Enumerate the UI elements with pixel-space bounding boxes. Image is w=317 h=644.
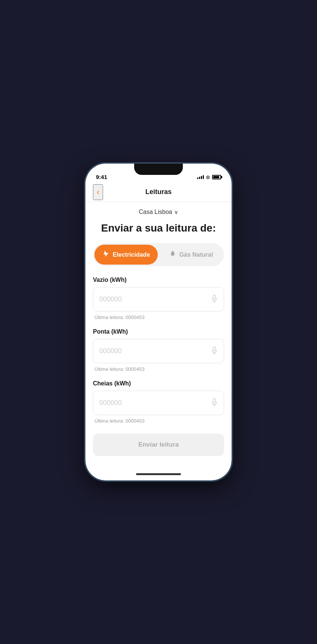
vazio-section: Vazio (kWh) Última leitura: 0000453	[85, 277, 232, 328]
back-button[interactable]: ‹	[93, 184, 103, 200]
vazio-label: Vazio (kWh)	[93, 277, 224, 283]
cheias-input[interactable]	[93, 392, 205, 414]
electricity-icon	[102, 250, 110, 259]
submit-section: Enviar leitura	[85, 432, 232, 465]
vazio-input[interactable]	[93, 289, 205, 310]
ponta-input[interactable]	[93, 340, 205, 362]
home-bar	[136, 473, 181, 475]
submit-button[interactable]: Enviar leitura	[93, 433, 224, 456]
electricity-label: Electricidade	[113, 251, 150, 258]
gas-icon	[169, 250, 176, 259]
ponta-input-wrapper	[93, 339, 224, 363]
home-indicator	[85, 468, 232, 480]
chevron-down-icon: ∨	[174, 209, 178, 215]
vazio-input-wrapper	[93, 287, 224, 311]
vazio-mic-icon[interactable]	[205, 287, 224, 311]
signal-icon	[197, 175, 204, 179]
energy-type-toggle: Electricidade Gás Natural	[93, 243, 224, 266]
cheias-last-reading: Última leitura: 0000453	[93, 418, 224, 424]
cheias-section: Cheias (kWh) Última leitura: 0000453	[85, 380, 232, 432]
gas-toggle-button[interactable]: Gás Natural	[159, 245, 223, 265]
scroll-content[interactable]: Casa Lisboa ∨ Enviar a sua leitura de: E…	[85, 202, 232, 468]
ponta-mic-icon[interactable]	[205, 339, 224, 363]
header: ‹ Leituras	[85, 182, 232, 202]
status-icons: ⊛	[197, 174, 221, 180]
electricity-toggle-button[interactable]: Electricidade	[94, 245, 158, 265]
location-selector[interactable]: Casa Lisboa ∨	[85, 202, 232, 218]
battery-icon	[212, 175, 221, 179]
phone-frame: 9:41 ⊛ ‹ Leituras Ca	[85, 164, 232, 480]
location-name: Casa Lisboa	[139, 209, 172, 215]
cheias-input-wrapper	[93, 391, 224, 415]
svg-rect-6	[213, 399, 215, 403]
history-section: Histórico	[85, 465, 232, 468]
notch	[134, 164, 183, 175]
cheias-label: Cheias (kWh)	[93, 380, 224, 387]
ponta-last-reading: Última leitura: 0000453	[93, 366, 224, 372]
vazio-last-reading: Última leitura: 0000453	[93, 314, 224, 320]
svg-rect-0	[213, 295, 215, 299]
status-bar: 9:41 ⊛	[85, 164, 232, 182]
cheias-mic-icon[interactable]	[205, 391, 224, 415]
main-title: Enviar a sua leitura de:	[85, 218, 232, 243]
gas-label: Gás Natural	[179, 251, 213, 258]
ponta-label: Ponta (kWh)	[93, 328, 224, 335]
status-time: 9:41	[96, 174, 107, 180]
ponta-section: Ponta (kWh) Última leitura: 0000453	[85, 328, 232, 380]
phone-screen: 9:41 ⊛ ‹ Leituras Ca	[85, 164, 232, 480]
svg-rect-3	[213, 347, 215, 351]
page-title: Leituras	[145, 188, 172, 196]
wifi-icon: ⊛	[206, 174, 210, 180]
